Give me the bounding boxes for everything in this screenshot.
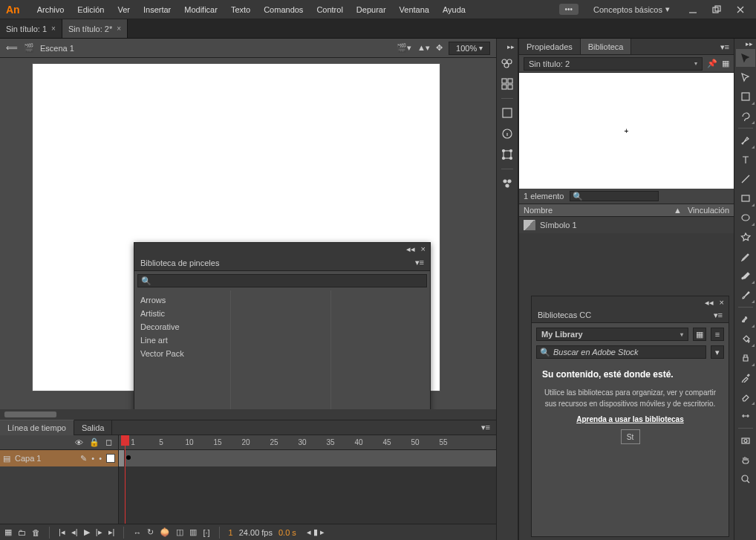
onion-outline-button[interactable]: ◫ — [176, 527, 183, 537]
tab-properties[interactable]: Propiedades — [519, 39, 581, 54]
menu-ver[interactable]: Ver — [111, 0, 137, 19]
swatches-icon[interactable] — [499, 55, 515, 71]
collapse-icon[interactable]: ▸▸ — [746, 40, 756, 48]
step-fwd-button[interactable]: |▸ — [96, 527, 102, 537]
center-frame-button[interactable]: ↔ — [133, 528, 141, 537]
zoom-input[interactable]: 100% ▾ — [449, 42, 490, 55]
tab-library[interactable]: Biblioteca — [581, 39, 632, 54]
tab-timeline[interactable]: Línea de tiempo — [0, 420, 74, 435]
lock-column-icon[interactable]: 🔒 — [89, 437, 100, 447]
window-close-button[interactable] — [732, 1, 749, 18]
center-stage-icon[interactable]: ✥ — [436, 43, 443, 53]
play-button[interactable]: ▶ — [84, 527, 90, 537]
brush-search-input[interactable]: 🔍 — [137, 274, 427, 287]
window-minimize-button[interactable] — [685, 1, 701, 18]
sort-icon[interactable]: ▲ — [674, 206, 682, 215]
back-icon[interactable]: ⟸ — [6, 43, 18, 53]
camera-tool[interactable] — [736, 432, 755, 449]
visibility-dot-icon[interactable]: • — [91, 454, 94, 463]
pen-tool[interactable] — [736, 131, 755, 149]
new-folder-button[interactable]: 🗀 — [18, 528, 26, 537]
menu-ventana[interactable]: Ventana — [393, 0, 436, 19]
menu-comandos[interactable]: Comandos — [257, 0, 310, 19]
cc-library-selector[interactable]: My Library — [536, 328, 688, 341]
brush-category-item[interactable]: Artistic — [134, 307, 230, 320]
lock-dot-icon[interactable]: • — [99, 454, 102, 463]
loop-button[interactable]: ↻ — [147, 527, 154, 537]
menu-ayuda[interactable]: Ayuda — [436, 0, 472, 19]
library-item-name[interactable]: Símbolo 1 — [540, 221, 577, 230]
grid-view-button[interactable]: ▦ — [693, 328, 706, 341]
library-item-row[interactable]: Símbolo 1 — [519, 217, 734, 233]
selection-tool[interactable] — [736, 49, 755, 67]
step-back-button[interactable]: ◂| — [71, 527, 78, 537]
goto-last-button[interactable]: ▸| — [108, 527, 115, 537]
collapse-icon[interactable]: ▸▸ — [507, 43, 518, 51]
new-layer-button[interactable]: ▦ — [4, 527, 12, 537]
brush-category-item[interactable]: Vector Pack — [134, 347, 230, 360]
menu-insertar[interactable]: Insertar — [137, 0, 177, 19]
pencil-tool[interactable] — [736, 247, 755, 265]
goto-first-button[interactable]: |◂ — [59, 527, 65, 537]
timeline-ruler[interactable]: 1 5 10 15 20 25 30 35 40 45 50 55 — [119, 435, 496, 450]
symbol-menu-icon[interactable]: ▲▾ — [417, 43, 430, 53]
close-icon[interactable]: × — [51, 25, 56, 33]
stage-hscrollbar[interactable] — [0, 409, 496, 420]
column-header-linkage[interactable]: Vinculación — [688, 206, 729, 215]
sync-status-button[interactable]: ••• — [559, 4, 579, 15]
span-selector-icon[interactable]: ◂ ▮ ▸ — [307, 527, 325, 537]
zoom-tool[interactable] — [736, 470, 755, 488]
layer-name[interactable]: Capa 1 — [15, 454, 41, 463]
align-icon[interactable] — [499, 76, 515, 92]
close-icon[interactable]: × — [421, 244, 426, 253]
components-icon[interactable] — [499, 175, 515, 192]
paint-brush-tool[interactable] — [736, 286, 755, 304]
keyframe-cell[interactable] — [119, 450, 125, 466]
cc-learn-link[interactable]: Aprenda a usar las bibliotecas — [576, 415, 684, 423]
delete-layer-button[interactable]: 🗑 — [32, 528, 40, 537]
info-icon[interactable] — [499, 126, 515, 142]
current-frame-value[interactable]: 1 — [229, 528, 233, 537]
eraser-tool[interactable] — [736, 388, 755, 406]
clapboard-menu-icon[interactable]: 🎬▾ — [397, 43, 411, 53]
document-tab[interactable]: Sin título: 2* × — [62, 19, 128, 38]
menu-control[interactable]: Control — [310, 0, 349, 19]
timeline-frames[interactable]: 1 5 10 15 20 25 30 35 40 45 50 55 — [119, 435, 496, 524]
width-tool[interactable] — [736, 407, 755, 425]
menu-modificar[interactable]: Modificar — [177, 0, 224, 19]
oval-tool[interactable] — [736, 209, 755, 227]
stage-area[interactable]: ◂◂ × Biblioteca de pinceles ▾≡ 🔍 Arrows … — [0, 58, 496, 409]
line-tool[interactable] — [736, 170, 755, 188]
scrollbar-thumb[interactable] — [4, 411, 56, 417]
window-restore-button[interactable] — [708, 1, 725, 18]
timeline-layer-row[interactable]: ▤ Capa 1 ✎ • • — [0, 450, 118, 466]
outline-column-icon[interactable]: ◻ — [105, 437, 112, 447]
scene-name[interactable]: Escena 1 — [40, 44, 74, 53]
layer-color-chip[interactable] — [106, 454, 115, 463]
fps-value[interactable]: 24.00 fps — [239, 528, 273, 537]
adobe-stock-icon[interactable]: St — [621, 429, 640, 444]
brush-category-item[interactable]: Line art — [134, 334, 230, 347]
close-icon[interactable]: × — [117, 25, 121, 33]
library-document-selector[interactable]: Sin título: 2 — [524, 57, 703, 71]
hand-tool[interactable] — [736, 451, 755, 469]
close-icon[interactable]: × — [720, 298, 724, 307]
collapse-icon[interactable]: ◂◂ — [406, 244, 415, 254]
timeline-frame-track[interactable] — [119, 450, 496, 466]
list-view-button[interactable]: ≡ — [711, 328, 724, 341]
menu-depurar[interactable]: Depurar — [350, 0, 393, 19]
document-tab[interactable]: Sin título: 1 × — [0, 19, 62, 38]
edit-multiple-button[interactable]: ▥ — [189, 527, 197, 537]
color-icon[interactable] — [499, 105, 515, 121]
search-filter-button[interactable]: ▾ — [711, 345, 724, 359]
markers-button[interactable]: [·] — [203, 528, 209, 537]
playhead[interactable] — [125, 435, 126, 524]
lasso-tool[interactable] — [736, 107, 755, 125]
transform-icon[interactable] — [499, 146, 515, 163]
workspace-switcher[interactable]: Conceptos básicos ▾ — [586, 4, 677, 14]
collapse-icon[interactable]: ◂◂ — [705, 298, 714, 308]
bone-tool[interactable] — [736, 310, 755, 328]
new-library-icon[interactable]: ▦ — [722, 59, 729, 68]
menu-texto[interactable]: Texto — [224, 0, 257, 19]
free-transform-tool[interactable] — [736, 88, 755, 105]
